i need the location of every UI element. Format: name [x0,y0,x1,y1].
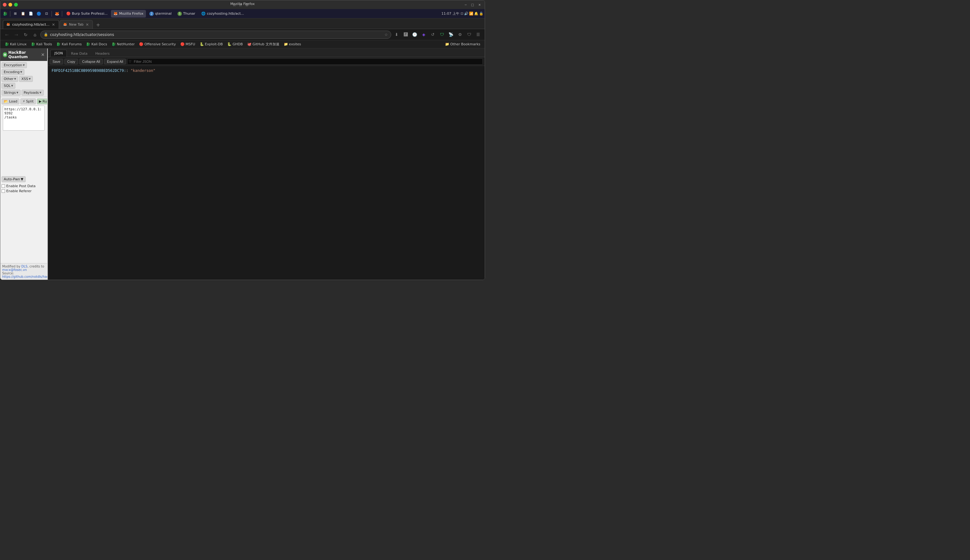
lock-icon: 🔒 [44,32,48,37]
maximize-button[interactable] [14,3,18,7]
copy-button[interactable]: Copy [64,59,78,64]
menu-button[interactable]: ☰ [474,31,482,39]
window-close-icon[interactable]: ✕ [477,2,482,7]
browser-chrome: 🦊 cozyhosting.htb/actuator/se... ✕ 🦊 New… [0,18,485,280]
taskbar-burp[interactable]: 🔴 Burp Suite Professi... [64,10,110,18]
encoding-dropdown[interactable]: Encoding ▼ [2,69,24,75]
window-maximize-icon[interactable]: □ [470,2,475,7]
bookmark-exploit-db-label: Exploit-DB [205,42,223,46]
autopwn-dropdown[interactable]: Auto-Pwn ▼ [2,176,26,182]
exsites-icon: 📁 [284,42,288,46]
hackbar-url-input[interactable] [3,106,45,131]
bookmark-ghdb[interactable]: 🐍 GHDB [225,42,245,47]
bookmark-nethunter-label: NetHunter [117,42,135,46]
rss-button[interactable]: 📡 [447,31,455,39]
collapse-all-button[interactable]: Collapse All [79,59,103,64]
bookmark-kali-docs[interactable]: 🐉 Kali Docs [84,42,109,47]
new-tab-button[interactable]: + [93,21,102,29]
tab-close-1[interactable]: ✕ [51,22,56,27]
enable-post-data-checkbox[interactable] [2,184,5,188]
taskbar-app-icon-4[interactable]: 🔵 [35,10,42,17]
bookmark-exsites[interactable]: 📁 exsites [282,42,303,47]
json-filter-input[interactable] [127,58,483,65]
taskbar-time: 11:07 上午 [442,11,459,16]
footer-github-link[interactable]: https://github.com/notdls/hackbar [2,275,48,278]
burp-icon: 🔴 [66,12,71,16]
minimize-button[interactable] [8,3,12,7]
hackbar-close-button[interactable]: ✕ [41,52,45,57]
forward-button[interactable]: → [12,31,20,39]
taskbar-firefox-icon[interactable]: 🦊 [53,10,60,17]
bookmark-star-icon[interactable]: ☆ [384,32,388,37]
hackbar-footer: Modified by DLS, credits to mxcx@fosec.v… [0,263,47,280]
other-bookmarks-label: Other Bookmarks [450,42,480,46]
tab-raw-data[interactable]: Raw Data [67,50,91,57]
tab-newtab[interactable]: 🦊 New Tab ✕ [60,20,93,29]
taskbar-app-icon-3[interactable]: 📄 [28,10,34,17]
bookmark-exploit-db[interactable]: 🐍 Exploit-DB [198,42,225,47]
sql-dropdown[interactable]: SQL ▼ [2,83,15,89]
refresh-ext-button[interactable]: ↺ [429,31,437,39]
window-title: Mozilla Firefox [230,2,255,6]
autopwn-arrow-icon: ▼ [21,177,23,181]
enable-referer-checkbox[interactable] [2,189,5,193]
taskbar-qterminal[interactable]: 2 qterminal [147,10,174,18]
bookmark-github-label: GitHub 文件加速 [252,42,279,47]
other-dropdown[interactable]: Other ▼ [2,76,18,82]
tab-close-2[interactable]: ✕ [85,22,89,27]
history-button[interactable]: 🕐 [411,31,419,39]
bookmark-kali-linux[interactable]: 🐉 Kali Linux [3,42,28,47]
vpn-button[interactable]: 🛡 [438,31,446,39]
expand-all-button[interactable]: Expand All [104,59,126,64]
settings-button[interactable]: ⚙ [456,31,464,39]
run-button[interactable]: ▶ Run [37,98,48,104]
xss-dropdown[interactable]: XSS ▼ [19,76,33,82]
tab-headers[interactable]: Headers [92,50,113,57]
tab-cozyhosting[interactable]: 🦊 cozyhosting.htb/actuator/se... ✕ [3,20,59,29]
bookmark-msfu[interactable]: 🔴 MSFU [178,42,197,47]
payloads-dropdown[interactable]: Payloads ▼ [22,90,44,96]
thunar-label: Thunar [183,12,195,16]
cozy-label: cozyhosting.htb/act... [207,12,244,16]
back-button[interactable]: ← [3,31,11,39]
hackbar-title: HackBar Quantum [8,50,41,59]
tab-json[interactable]: JSON [50,50,67,57]
footer-mxcx-link[interactable]: mxcx@fosec.vn [2,268,27,272]
taskbar-app-icon-5[interactable]: ⊡ [43,10,50,17]
reload-button[interactable]: ↻ [22,31,30,39]
shield-button[interactable]: 🛡 [465,31,473,39]
close-button[interactable] [3,3,7,7]
json-tabs: JSON Raw Data Headers [48,48,485,57]
load-button[interactable]: 📂 Load [2,98,19,104]
extension-button[interactable]: ◈ [420,31,428,39]
pocket-button[interactable]: 🅿 [402,31,410,39]
bookmark-kali-tools[interactable]: 🐉 Kali Tools [29,42,54,47]
kali-linux-icon: 🐉 [5,42,9,46]
enable-post-data-row[interactable]: Enable Post Data [2,184,46,188]
bookmark-other[interactable]: 📁 Other Bookmarks [443,42,482,47]
hackbar-logo-icon: H [3,52,7,57]
taskbar-app-icon-2[interactable]: 📋 [20,10,27,17]
encryption-dropdown[interactable]: Encryption ▼ [2,62,27,68]
taskbar-cozyhosting[interactable]: 🌐 cozyhosting.htb/act... [199,10,247,18]
bookmark-github[interactable]: 🐙 GitHub 文件加速 [245,41,281,47]
address-bar[interactable]: 🔒 cozyhosting.htb/actuator/sessions ☆ [40,31,391,39]
bookmark-offensive-security[interactable]: 🔴 Offensive Security [137,42,178,47]
bookmark-nethunter[interactable]: 🐉 NetHunter [110,42,137,47]
save-button[interactable]: Save [50,59,63,64]
lock-icon: 🔒 [479,12,483,16]
qterminal-label: qterminal [155,12,172,16]
window-minimize-icon[interactable]: ─ [463,2,468,7]
taskbar-app-icon-1[interactable]: ⊞ [12,10,19,17]
home-button[interactable]: ⌂ [31,31,39,39]
bookmark-kali-docs-label: Kali Docs [91,42,107,46]
strings-dropdown[interactable]: Strings ▼ [2,90,21,96]
split-button[interactable]: ⚡ Split [20,98,36,104]
bookmark-kali-forums[interactable]: 🐉 Kali Forums [54,42,83,47]
enable-referer-row[interactable]: Enable Referer [2,189,46,193]
taskbar-kali-icon[interactable]: 🐉 [2,10,8,17]
taskbar-thunar[interactable]: 5 Thunar [175,10,198,18]
taskbar-firefox[interactable]: 🦊 Mozilla Firefox [111,10,146,18]
footer-dls-link[interactable]: DLS [21,265,28,268]
download-button[interactable]: ⬇ [392,31,401,39]
